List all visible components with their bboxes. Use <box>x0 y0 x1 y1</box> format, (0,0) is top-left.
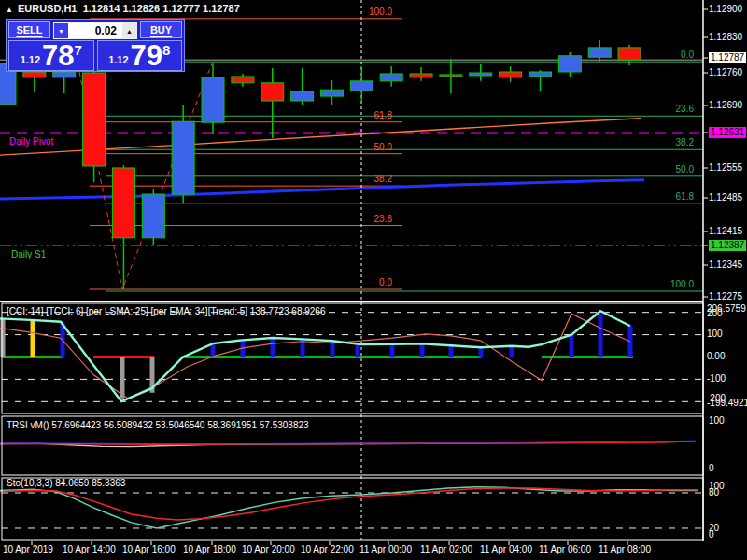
candle-body <box>291 91 314 101</box>
volume-decrease-button[interactable]: ▼ <box>54 23 68 38</box>
candle-body <box>558 56 581 72</box>
candle-body <box>618 48 641 60</box>
volume-stepper: ▼ 0.02 ▲ <box>53 22 137 39</box>
sell-button[interactable]: SELL <box>8 21 50 38</box>
buy-price-prefix: 1.12 <box>108 54 128 65</box>
one-click-trading-panel: SELL ▼ 0.02 ▲ BUY 1.12787 1.12798 <box>6 19 185 72</box>
candle-body <box>261 83 284 101</box>
symbol-period-label: EURUSD,H1 <box>18 3 78 14</box>
trsi-red-line <box>0 441 696 445</box>
buy-price-display[interactable]: 1.12798 <box>97 40 183 71</box>
chart-collapse-icon: ▲ <box>6 6 13 14</box>
candle-body <box>112 168 134 238</box>
candle-body <box>232 77 254 83</box>
sell-price-prefix: 1.12 <box>21 54 40 65</box>
candle-body <box>529 72 551 77</box>
buy-price-sup: 8 <box>162 42 170 58</box>
candle-body <box>83 73 106 166</box>
mt4-chart-window: ▲EURUSD,H1 1.12814 1.12826 1.12777 1.127… <box>0 0 747 560</box>
candle-body <box>350 81 373 91</box>
candle-body <box>440 75 462 77</box>
candle-body <box>23 72 46 77</box>
sell-price-display[interactable]: 1.12787 <box>8 40 94 71</box>
sell-price-big: 78 <box>42 43 74 69</box>
candle-body <box>410 74 432 77</box>
candle-body <box>588 48 611 57</box>
candle-body <box>320 90 343 96</box>
trsi-indicator-label: TRSI vM() 57.6964423 56.5089432 53.50465… <box>7 420 309 430</box>
cci-indicator-label: [CCI: 14] [TCCI: 6] [per LSMA: 25] [per … <box>7 306 325 316</box>
buy-price-big: 79 <box>131 43 162 69</box>
sell-price-sup: 7 <box>75 42 82 58</box>
candle-body <box>470 73 492 76</box>
chart-title: ▲EURUSD,H1 1.12814 1.12826 1.12777 1.127… <box>6 3 240 14</box>
stochastic-indicator-label: Sto(10,3,3) 84.0659 85.3363 <box>7 478 125 488</box>
candle-body <box>202 77 224 122</box>
ma-blue-line <box>0 180 644 199</box>
candle-body <box>380 74 402 81</box>
candle-body <box>172 121 194 194</box>
volume-input[interactable]: 0.02 <box>68 23 122 38</box>
buy-button[interactable]: BUY <box>140 21 182 38</box>
candle-body <box>500 72 522 77</box>
chart-canvas <box>0 0 747 560</box>
volume-increase-button[interactable]: ▲ <box>122 23 136 38</box>
candle-body <box>53 72 76 77</box>
ohlc-quote-label: 1.12814 1.12826 1.12777 1.12787 <box>83 3 240 14</box>
candle-body <box>142 194 164 238</box>
